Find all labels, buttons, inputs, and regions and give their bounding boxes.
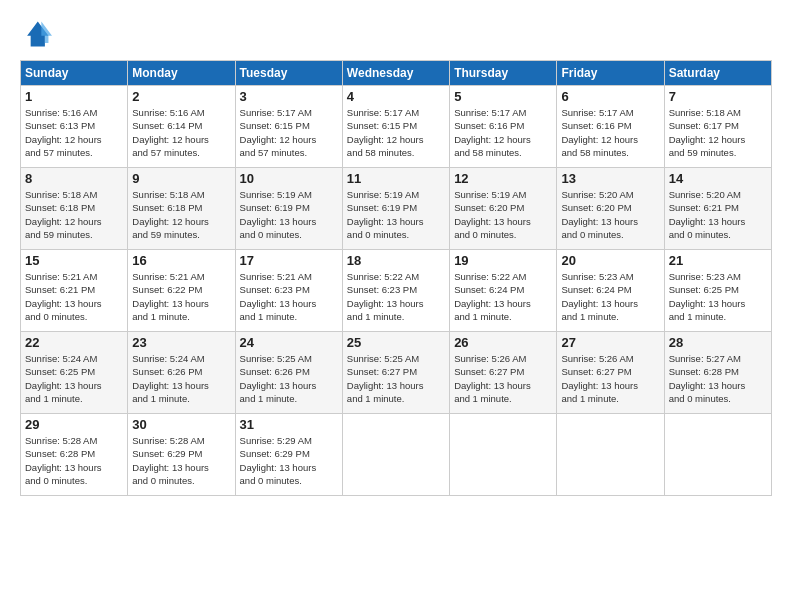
day-number: 31 [240, 417, 338, 432]
calendar-day-cell: 28Sunrise: 5:27 AM Sunset: 6:28 PM Dayli… [664, 332, 771, 414]
day-info: Sunrise: 5:29 AM Sunset: 6:29 PM Dayligh… [240, 434, 338, 487]
day-number: 13 [561, 171, 659, 186]
day-number: 25 [347, 335, 445, 350]
calendar-day-cell: 3Sunrise: 5:17 AM Sunset: 6:15 PM Daylig… [235, 86, 342, 168]
day-info: Sunrise: 5:17 AM Sunset: 6:16 PM Dayligh… [561, 106, 659, 159]
logo-icon [20, 18, 52, 50]
day-info: Sunrise: 5:28 AM Sunset: 6:29 PM Dayligh… [132, 434, 230, 487]
day-number: 20 [561, 253, 659, 268]
calendar-day-cell: 22Sunrise: 5:24 AM Sunset: 6:25 PM Dayli… [21, 332, 128, 414]
day-info: Sunrise: 5:19 AM Sunset: 6:19 PM Dayligh… [240, 188, 338, 241]
day-info: Sunrise: 5:18 AM Sunset: 6:18 PM Dayligh… [132, 188, 230, 241]
day-info: Sunrise: 5:28 AM Sunset: 6:28 PM Dayligh… [25, 434, 123, 487]
day-of-week-header: Sunday [21, 61, 128, 86]
day-number: 23 [132, 335, 230, 350]
calendar-header: SundayMondayTuesdayWednesdayThursdayFrid… [21, 61, 772, 86]
day-info: Sunrise: 5:24 AM Sunset: 6:26 PM Dayligh… [132, 352, 230, 405]
day-number: 8 [25, 171, 123, 186]
logo [20, 18, 56, 50]
day-of-week-header: Tuesday [235, 61, 342, 86]
day-of-week-header: Friday [557, 61, 664, 86]
calendar-week-row: 1Sunrise: 5:16 AM Sunset: 6:13 PM Daylig… [21, 86, 772, 168]
day-number: 6 [561, 89, 659, 104]
day-info: Sunrise: 5:20 AM Sunset: 6:20 PM Dayligh… [561, 188, 659, 241]
calendar-day-cell: 4Sunrise: 5:17 AM Sunset: 6:15 PM Daylig… [342, 86, 449, 168]
day-number: 22 [25, 335, 123, 350]
day-info: Sunrise: 5:21 AM Sunset: 6:23 PM Dayligh… [240, 270, 338, 323]
calendar-week-row: 8Sunrise: 5:18 AM Sunset: 6:18 PM Daylig… [21, 168, 772, 250]
day-info: Sunrise: 5:22 AM Sunset: 6:23 PM Dayligh… [347, 270, 445, 323]
calendar-day-cell: 23Sunrise: 5:24 AM Sunset: 6:26 PM Dayli… [128, 332, 235, 414]
day-of-week-header: Monday [128, 61, 235, 86]
day-of-week-header: Wednesday [342, 61, 449, 86]
day-of-week-header: Saturday [664, 61, 771, 86]
calendar-day-cell: 27Sunrise: 5:26 AM Sunset: 6:27 PM Dayli… [557, 332, 664, 414]
day-number: 5 [454, 89, 552, 104]
calendar-day-cell: 31Sunrise: 5:29 AM Sunset: 6:29 PM Dayli… [235, 414, 342, 496]
calendar-day-cell: 17Sunrise: 5:21 AM Sunset: 6:23 PM Dayli… [235, 250, 342, 332]
calendar-day-cell: 1Sunrise: 5:16 AM Sunset: 6:13 PM Daylig… [21, 86, 128, 168]
day-info: Sunrise: 5:22 AM Sunset: 6:24 PM Dayligh… [454, 270, 552, 323]
calendar-day-cell: 10Sunrise: 5:19 AM Sunset: 6:19 PM Dayli… [235, 168, 342, 250]
day-number: 17 [240, 253, 338, 268]
days-of-week-row: SundayMondayTuesdayWednesdayThursdayFrid… [21, 61, 772, 86]
calendar-day-cell: 19Sunrise: 5:22 AM Sunset: 6:24 PM Dayli… [450, 250, 557, 332]
calendar-day-cell: 11Sunrise: 5:19 AM Sunset: 6:19 PM Dayli… [342, 168, 449, 250]
day-info: Sunrise: 5:23 AM Sunset: 6:24 PM Dayligh… [561, 270, 659, 323]
calendar-day-cell: 6Sunrise: 5:17 AM Sunset: 6:16 PM Daylig… [557, 86, 664, 168]
page: SundayMondayTuesdayWednesdayThursdayFrid… [0, 0, 792, 612]
day-number: 19 [454, 253, 552, 268]
day-info: Sunrise: 5:26 AM Sunset: 6:27 PM Dayligh… [454, 352, 552, 405]
day-number: 18 [347, 253, 445, 268]
calendar-body: 1Sunrise: 5:16 AM Sunset: 6:13 PM Daylig… [21, 86, 772, 496]
day-info: Sunrise: 5:18 AM Sunset: 6:17 PM Dayligh… [669, 106, 767, 159]
calendar-day-cell: 7Sunrise: 5:18 AM Sunset: 6:17 PM Daylig… [664, 86, 771, 168]
calendar-day-cell: 5Sunrise: 5:17 AM Sunset: 6:16 PM Daylig… [450, 86, 557, 168]
day-info: Sunrise: 5:17 AM Sunset: 6:15 PM Dayligh… [240, 106, 338, 159]
calendar-day-cell [450, 414, 557, 496]
day-info: Sunrise: 5:25 AM Sunset: 6:27 PM Dayligh… [347, 352, 445, 405]
calendar-week-row: 22Sunrise: 5:24 AM Sunset: 6:25 PM Dayli… [21, 332, 772, 414]
calendar-day-cell: 25Sunrise: 5:25 AM Sunset: 6:27 PM Dayli… [342, 332, 449, 414]
day-number: 4 [347, 89, 445, 104]
day-info: Sunrise: 5:26 AM Sunset: 6:27 PM Dayligh… [561, 352, 659, 405]
calendar-day-cell: 29Sunrise: 5:28 AM Sunset: 6:28 PM Dayli… [21, 414, 128, 496]
day-info: Sunrise: 5:23 AM Sunset: 6:25 PM Dayligh… [669, 270, 767, 323]
day-number: 28 [669, 335, 767, 350]
day-number: 24 [240, 335, 338, 350]
calendar-day-cell: 9Sunrise: 5:18 AM Sunset: 6:18 PM Daylig… [128, 168, 235, 250]
calendar-day-cell [557, 414, 664, 496]
day-number: 14 [669, 171, 767, 186]
calendar-day-cell: 12Sunrise: 5:19 AM Sunset: 6:20 PM Dayli… [450, 168, 557, 250]
day-number: 10 [240, 171, 338, 186]
day-number: 7 [669, 89, 767, 104]
calendar-week-row: 15Sunrise: 5:21 AM Sunset: 6:21 PM Dayli… [21, 250, 772, 332]
calendar-day-cell: 24Sunrise: 5:25 AM Sunset: 6:26 PM Dayli… [235, 332, 342, 414]
calendar-table: SundayMondayTuesdayWednesdayThursdayFrid… [20, 60, 772, 496]
header [20, 18, 772, 50]
day-info: Sunrise: 5:19 AM Sunset: 6:20 PM Dayligh… [454, 188, 552, 241]
day-number: 29 [25, 417, 123, 432]
day-number: 9 [132, 171, 230, 186]
calendar-day-cell: 14Sunrise: 5:20 AM Sunset: 6:21 PM Dayli… [664, 168, 771, 250]
calendar-day-cell: 30Sunrise: 5:28 AM Sunset: 6:29 PM Dayli… [128, 414, 235, 496]
calendar-day-cell: 26Sunrise: 5:26 AM Sunset: 6:27 PM Dayli… [450, 332, 557, 414]
day-info: Sunrise: 5:16 AM Sunset: 6:14 PM Dayligh… [132, 106, 230, 159]
day-number: 2 [132, 89, 230, 104]
day-number: 27 [561, 335, 659, 350]
day-info: Sunrise: 5:27 AM Sunset: 6:28 PM Dayligh… [669, 352, 767, 405]
day-number: 11 [347, 171, 445, 186]
day-info: Sunrise: 5:21 AM Sunset: 6:22 PM Dayligh… [132, 270, 230, 323]
calendar-day-cell: 16Sunrise: 5:21 AM Sunset: 6:22 PM Dayli… [128, 250, 235, 332]
day-of-week-header: Thursday [450, 61, 557, 86]
day-number: 3 [240, 89, 338, 104]
calendar-day-cell [342, 414, 449, 496]
day-info: Sunrise: 5:25 AM Sunset: 6:26 PM Dayligh… [240, 352, 338, 405]
day-info: Sunrise: 5:24 AM Sunset: 6:25 PM Dayligh… [25, 352, 123, 405]
day-number: 16 [132, 253, 230, 268]
calendar-day-cell [664, 414, 771, 496]
calendar-day-cell: 8Sunrise: 5:18 AM Sunset: 6:18 PM Daylig… [21, 168, 128, 250]
day-number: 21 [669, 253, 767, 268]
day-number: 15 [25, 253, 123, 268]
day-number: 30 [132, 417, 230, 432]
